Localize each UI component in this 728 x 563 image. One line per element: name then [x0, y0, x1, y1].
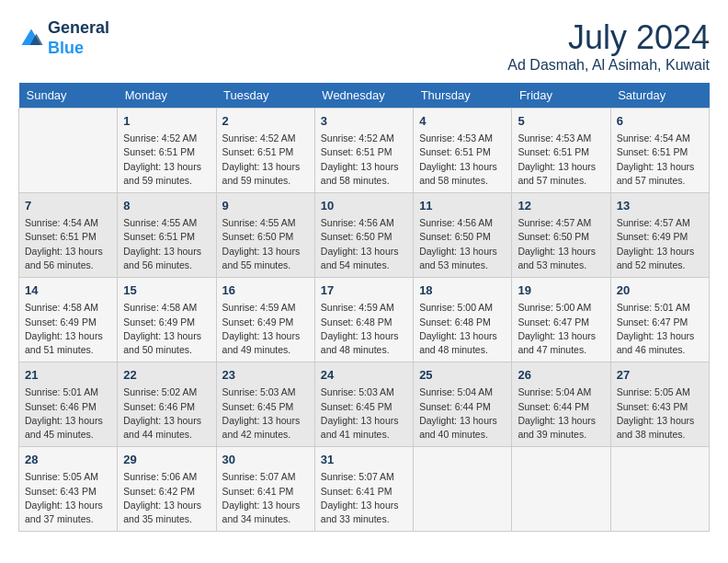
day-number: 12: [518, 198, 604, 214]
weekday-header-thursday: Thursday: [414, 83, 512, 109]
location-title: Ad Dasmah, Al Asimah, Kuwait: [507, 57, 710, 74]
logo-text-line2: Blue: [48, 39, 109, 59]
day-info: Sunrise: 5:00 AM Sunset: 6:48 PM Dayligh…: [419, 301, 506, 357]
day-info: Sunrise: 4:57 AM Sunset: 6:49 PM Dayligh…: [617, 216, 703, 272]
day-info: Sunrise: 5:04 AM Sunset: 6:44 PM Dayligh…: [419, 385, 506, 442]
calendar-cell: 4Sunrise: 4:53 AM Sunset: 6:51 PM Daylig…: [414, 109, 512, 193]
day-info: Sunrise: 4:59 AM Sunset: 6:48 PM Dayligh…: [321, 301, 407, 357]
day-number: 15: [123, 282, 210, 299]
day-info: Sunrise: 5:02 AM Sunset: 6:46 PM Dayligh…: [123, 385, 210, 442]
calendar-cell: 11Sunrise: 4:56 AM Sunset: 6:50 PM Dayli…: [414, 193, 512, 278]
calendar-week-row: 21Sunrise: 5:01 AM Sunset: 6:46 PM Dayli…: [19, 362, 710, 447]
calendar-cell: 6Sunrise: 4:54 AM Sunset: 6:51 PM Daylig…: [610, 109, 709, 193]
calendar-cell: 27Sunrise: 5:05 AM Sunset: 6:43 PM Dayli…: [610, 362, 709, 447]
calendar-cell: [414, 447, 512, 532]
day-number: 30: [222, 452, 309, 468]
day-number: 27: [617, 367, 703, 384]
day-info: Sunrise: 4:52 AM Sunset: 6:51 PM Dayligh…: [222, 132, 309, 188]
day-info: Sunrise: 5:01 AM Sunset: 6:46 PM Dayligh…: [25, 385, 111, 442]
day-info: Sunrise: 5:06 AM Sunset: 6:42 PM Dayligh…: [123, 470, 210, 526]
calendar-cell: 14Sunrise: 4:58 AM Sunset: 6:49 PM Dayli…: [19, 278, 118, 362]
calendar-cell: [19, 109, 118, 193]
calendar-cell: 9Sunrise: 4:55 AM Sunset: 6:50 PM Daylig…: [216, 193, 314, 278]
day-info: Sunrise: 4:55 AM Sunset: 6:51 PM Dayligh…: [123, 216, 210, 272]
day-info: Sunrise: 4:53 AM Sunset: 6:51 PM Dayligh…: [518, 132, 604, 188]
calendar-cell: 12Sunrise: 4:57 AM Sunset: 6:50 PM Dayli…: [512, 193, 610, 278]
day-number: 4: [419, 113, 506, 130]
day-info: Sunrise: 5:07 AM Sunset: 6:41 PM Dayligh…: [321, 470, 407, 526]
day-number: 13: [617, 198, 703, 214]
calendar-cell: 24Sunrise: 5:03 AM Sunset: 6:45 PM Dayli…: [314, 362, 413, 447]
day-number: 28: [25, 452, 111, 468]
day-info: Sunrise: 4:56 AM Sunset: 6:50 PM Dayligh…: [321, 216, 407, 272]
calendar-cell: 5Sunrise: 4:53 AM Sunset: 6:51 PM Daylig…: [512, 109, 610, 193]
calendar-header-row: SundayMondayTuesdayWednesdayThursdayFrid…: [19, 83, 710, 109]
calendar-week-row: 7Sunrise: 4:54 AM Sunset: 6:51 PM Daylig…: [19, 193, 710, 278]
calendar-week-row: 14Sunrise: 4:58 AM Sunset: 6:49 PM Dayli…: [19, 278, 710, 362]
day-number: 6: [617, 113, 703, 130]
day-number: 22: [123, 367, 210, 384]
day-info: Sunrise: 4:57 AM Sunset: 6:50 PM Dayligh…: [518, 216, 604, 272]
day-info: Sunrise: 4:58 AM Sunset: 6:49 PM Dayligh…: [123, 301, 210, 357]
calendar-cell: 28Sunrise: 5:05 AM Sunset: 6:43 PM Dayli…: [19, 447, 118, 532]
day-info: Sunrise: 4:52 AM Sunset: 6:51 PM Dayligh…: [123, 132, 210, 188]
calendar-cell: 1Sunrise: 4:52 AM Sunset: 6:51 PM Daylig…: [118, 109, 216, 193]
day-info: Sunrise: 5:01 AM Sunset: 6:47 PM Dayligh…: [617, 301, 703, 357]
day-info: Sunrise: 5:07 AM Sunset: 6:41 PM Dayligh…: [222, 470, 309, 526]
day-number: 31: [321, 452, 407, 468]
calendar-cell: 25Sunrise: 5:04 AM Sunset: 6:44 PM Dayli…: [414, 362, 512, 447]
page-header: General Blue July 2024 Ad Dasmah, Al Asi…: [18, 18, 710, 74]
day-number: 17: [321, 282, 407, 299]
calendar-cell: 26Sunrise: 5:04 AM Sunset: 6:44 PM Dayli…: [512, 362, 610, 447]
day-number: 23: [222, 367, 309, 384]
weekday-header-tuesday: Tuesday: [216, 83, 314, 109]
title-block: July 2024 Ad Dasmah, Al Asimah, Kuwait: [507, 18, 710, 74]
day-info: Sunrise: 5:00 AM Sunset: 6:47 PM Dayligh…: [518, 301, 604, 357]
day-info: Sunrise: 4:59 AM Sunset: 6:49 PM Dayligh…: [222, 301, 309, 357]
day-number: 3: [321, 113, 407, 130]
day-number: 18: [419, 282, 506, 299]
calendar-cell: [610, 447, 709, 532]
day-number: 24: [321, 367, 407, 384]
calendar-cell: 31Sunrise: 5:07 AM Sunset: 6:41 PM Dayli…: [314, 447, 413, 532]
calendar-cell: 7Sunrise: 4:54 AM Sunset: 6:51 PM Daylig…: [19, 193, 118, 278]
calendar-cell: 13Sunrise: 4:57 AM Sunset: 6:49 PM Dayli…: [610, 193, 709, 278]
month-title: July 2024: [507, 18, 710, 57]
calendar-cell: 16Sunrise: 4:59 AM Sunset: 6:49 PM Dayli…: [216, 278, 314, 362]
weekday-header-friday: Friday: [512, 83, 610, 109]
calendar-cell: 10Sunrise: 4:56 AM Sunset: 6:50 PM Dayli…: [314, 193, 413, 278]
calendar-cell: 20Sunrise: 5:01 AM Sunset: 6:47 PM Dayli…: [610, 278, 709, 362]
calendar-cell: 2Sunrise: 4:52 AM Sunset: 6:51 PM Daylig…: [216, 109, 314, 193]
day-number: 21: [25, 367, 111, 384]
day-number: 25: [419, 367, 506, 384]
calendar-table: SundayMondayTuesdayWednesdayThursdayFrid…: [18, 83, 710, 532]
weekday-header-wednesday: Wednesday: [314, 83, 413, 109]
day-info: Sunrise: 5:04 AM Sunset: 6:44 PM Dayligh…: [518, 385, 604, 442]
day-number: 7: [25, 198, 111, 214]
day-info: Sunrise: 5:05 AM Sunset: 6:43 PM Dayligh…: [25, 470, 111, 526]
day-number: 10: [321, 198, 407, 214]
day-info: Sunrise: 4:52 AM Sunset: 6:51 PM Dayligh…: [321, 132, 407, 188]
day-number: 29: [123, 452, 210, 468]
day-number: 9: [222, 198, 309, 214]
day-info: Sunrise: 5:05 AM Sunset: 6:43 PM Dayligh…: [617, 385, 703, 442]
day-info: Sunrise: 4:55 AM Sunset: 6:50 PM Dayligh…: [222, 216, 309, 272]
day-number: 1: [123, 113, 210, 130]
calendar-cell: 30Sunrise: 5:07 AM Sunset: 6:41 PM Dayli…: [216, 447, 314, 532]
logo-icon: [18, 26, 44, 52]
weekday-header-saturday: Saturday: [610, 83, 709, 109]
day-info: Sunrise: 5:03 AM Sunset: 6:45 PM Dayligh…: [321, 385, 407, 442]
day-info: Sunrise: 4:54 AM Sunset: 6:51 PM Dayligh…: [25, 216, 111, 272]
logo-text-line1: General: [48, 18, 109, 39]
calendar-cell: 29Sunrise: 5:06 AM Sunset: 6:42 PM Dayli…: [118, 447, 216, 532]
calendar-week-row: 1Sunrise: 4:52 AM Sunset: 6:51 PM Daylig…: [19, 109, 710, 193]
logo: General Blue: [18, 18, 109, 58]
day-info: Sunrise: 4:56 AM Sunset: 6:50 PM Dayligh…: [419, 216, 506, 272]
calendar-week-row: 28Sunrise: 5:05 AM Sunset: 6:43 PM Dayli…: [19, 447, 710, 532]
day-info: Sunrise: 5:03 AM Sunset: 6:45 PM Dayligh…: [222, 385, 309, 442]
day-number: 5: [518, 113, 604, 130]
weekday-header-sunday: Sunday: [19, 83, 118, 109]
day-number: 2: [222, 113, 309, 130]
day-info: Sunrise: 4:58 AM Sunset: 6:49 PM Dayligh…: [25, 301, 111, 357]
day-number: 16: [222, 282, 309, 299]
